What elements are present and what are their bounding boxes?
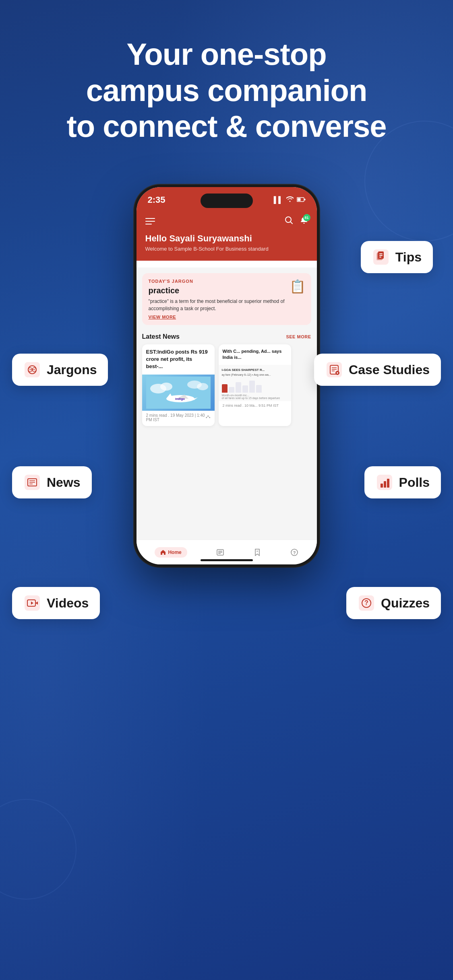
- tips-icon: [372, 248, 390, 266]
- tips-label: Tips: [395, 250, 422, 265]
- status-icons: ▌▌: [274, 194, 306, 204]
- notification-count: 81: [303, 214, 310, 221]
- quizzes-badge[interactable]: ? Quizzes: [346, 587, 441, 619]
- news-card-1-title: EST:IndiGo posts Rs 919 crore net profit…: [142, 344, 215, 375]
- svg-rect-37: [304, 199, 305, 200]
- nav-bookmark-item[interactable]: [253, 548, 261, 556]
- svg-text:indigo: indigo: [175, 397, 185, 401]
- see-more-link[interactable]: SEE MORE: [286, 334, 311, 339]
- phone-section: Tips Jargons: [0, 161, 453, 567]
- wifi-icon: [286, 196, 294, 204]
- svg-line-52: [209, 416, 209, 417]
- greeting-subtitle: Welcome to Sample B-School For Business …: [145, 245, 308, 253]
- phone-mockup: 2:35 ▌▌: [134, 185, 319, 567]
- svg-point-43: [160, 383, 172, 391]
- nav-home-item[interactable]: Home: [155, 547, 187, 558]
- battery-icon: [297, 196, 306, 204]
- quizzes-label: Quizzes: [381, 596, 430, 611]
- signal-icon: ▌▌: [274, 196, 283, 204]
- tips-badge[interactable]: Tips: [361, 241, 433, 273]
- jargons-label: Jargons: [47, 362, 97, 377]
- bg-decoration-circle-2: [0, 799, 77, 900]
- news-icon: [23, 474, 41, 491]
- hero-section: Your one-stop campus companion to connec…: [0, 0, 453, 161]
- hero-headline: Your one-stop campus companion to connec…: [32, 36, 421, 144]
- app-nav: 81: [145, 216, 308, 226]
- news-card-2-meta: 2 mins read . 10 Ma... 9:51 PM IST: [219, 401, 291, 412]
- videos-label: Videos: [47, 596, 89, 611]
- news-cards-container: EST:IndiGo posts Rs 919 crore net profit…: [142, 344, 311, 426]
- news-header: Latest News SEE MORE: [142, 333, 311, 340]
- news-card-2-chart: I-GOA SEES SHARPEST R... ay fare (Februa…: [219, 365, 291, 401]
- home-nav-label: Home: [168, 550, 181, 555]
- svg-rect-6: [379, 257, 381, 257]
- jargon-label: TODAY'S JARGON: [149, 279, 305, 284]
- nav-news-item[interactable]: [216, 548, 224, 556]
- case-studies-label: Case Studies: [349, 362, 430, 377]
- search-button[interactable]: [285, 216, 293, 226]
- svg-point-49: [208, 415, 209, 416]
- svg-rect-12: [327, 362, 342, 377]
- news-badge[interactable]: News: [12, 466, 92, 498]
- news-card-1-image: indigo: [142, 375, 215, 411]
- status-time: 2:35: [148, 192, 165, 205]
- svg-rect-27: [384, 481, 386, 488]
- bottom-nav: Home: [137, 539, 317, 564]
- case-studies-badge[interactable]: Case Studies: [314, 354, 441, 386]
- nav-right-icons: 81: [285, 216, 308, 226]
- news-card-1[interactable]: EST:IndiGo posts Rs 919 crore net profit…: [142, 344, 215, 426]
- jargon-view-more-link[interactable]: VIEW MORE: [149, 315, 305, 319]
- svg-text:?: ?: [293, 550, 296, 555]
- notification-button[interactable]: 81: [300, 216, 308, 226]
- home-nav-button[interactable]: Home: [155, 547, 187, 558]
- jargons-badge[interactable]: Jargons: [12, 354, 108, 386]
- greeting-name: Hello Sayali Suryawanshi: [145, 233, 308, 244]
- screen-content: TODAY'S JARGON 📋 practice "practice" is …: [137, 268, 317, 539]
- svg-rect-26: [381, 484, 383, 488]
- videos-icon: [23, 594, 41, 612]
- news-section: Latest News SEE MORE EST:IndiGo posts Rs…: [137, 329, 317, 430]
- svg-point-48: [206, 417, 207, 418]
- polls-label: Polls: [399, 475, 430, 490]
- svg-line-40: [290, 222, 292, 224]
- news-label: News: [47, 475, 81, 490]
- home-indicator: [201, 559, 253, 561]
- news-card-2[interactable]: With C... pending, Ad... says India is..…: [219, 344, 291, 426]
- svg-rect-5: [379, 255, 383, 256]
- polls-icon: [376, 474, 393, 491]
- svg-rect-28: [387, 479, 389, 488]
- nav-help-item[interactable]: ?: [290, 548, 298, 556]
- jargons-icon: [23, 361, 41, 379]
- jargon-description: "practice" is a term for the most benefi…: [149, 298, 305, 312]
- svg-rect-4: [379, 253, 383, 254]
- svg-line-51: [207, 416, 208, 417]
- jargon-card[interactable]: TODAY'S JARGON 📋 practice "practice" is …: [142, 273, 311, 325]
- dynamic-island: [201, 194, 253, 208]
- svg-point-45: [197, 383, 208, 390]
- menu-icon[interactable]: [145, 218, 155, 224]
- svg-rect-38: [297, 198, 300, 201]
- news-card-2-title: With C... pending, Ad... says India is..…: [219, 344, 291, 365]
- svg-text:?: ?: [364, 599, 368, 606]
- quizzes-icon: ?: [358, 594, 375, 612]
- app-header: 81 Hello Sayali Suryawanshi Welcome to S…: [137, 210, 317, 261]
- case-studies-icon: [325, 361, 343, 379]
- videos-badge[interactable]: Videos: [12, 587, 100, 619]
- news-card-1-meta: 2 mins read . 19 May 2023 | 1:40 PM IST: [142, 411, 215, 426]
- polls-badge[interactable]: Polls: [364, 466, 441, 498]
- jargon-title: practice: [149, 286, 305, 295]
- phone-screen: 2:35 ▌▌: [137, 187, 317, 564]
- svg-point-50: [209, 417, 210, 418]
- news-section-title: Latest News: [142, 333, 180, 340]
- jargon-illustration-icon: 📋: [290, 279, 306, 294]
